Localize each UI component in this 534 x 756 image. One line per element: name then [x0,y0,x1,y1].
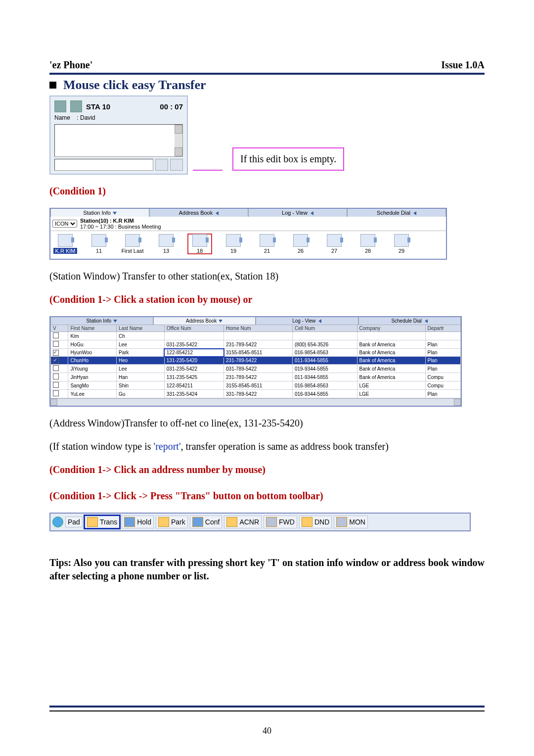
table-cell[interactable]: JiYoung [68,365,117,373]
checkbox-icon[interactable] [53,365,59,371]
table-row[interactable]: JiYoungLee031-235-5422031-789-5422019-93… [51,365,461,373]
checkbox-icon[interactable] [53,332,59,338]
table-cell[interactable]: Lee [117,340,165,349]
table-cell[interactable]: Heo [117,357,165,365]
transfer-cancel-button[interactable] [170,159,183,171]
checkbox-icon[interactable] [53,358,59,364]
horizontal-scrollbar[interactable] [50,398,461,406]
transfer-go-button[interactable] [155,159,168,171]
station-icon[interactable]: 11 [87,234,111,254]
table-cell[interactable]: Park [117,349,165,357]
station-icon[interactable]: 27 [322,234,346,254]
tab-log-view[interactable]: Log - View [256,317,358,325]
table-cell[interactable] [51,357,68,365]
table-cell[interactable]: 031-235-5422 [164,365,223,373]
table-cell[interactable] [293,332,357,340]
tab-log-view[interactable]: Log - View [248,209,347,217]
table-cell[interactable]: Plan [425,349,461,357]
table-cell[interactable]: 019-9344-5855 [293,365,357,373]
table-cell[interactable]: Han [117,373,165,381]
table-cell[interactable]: 331-235-5424 [164,390,223,398]
table-cell[interactable] [224,332,293,340]
table-row[interactable]: HoGuLee031-235-5422231-789-5422(800) 654… [51,340,461,349]
station-icon[interactable]: 13 [154,234,178,254]
table-cell[interactable]: HoGu [68,340,117,349]
table-cell[interactable]: SangMo [68,381,117,390]
table-cell[interactable]: 011-9344-5855 [293,373,357,381]
table-cell[interactable] [51,373,68,381]
station-icon[interactable]: 26 [289,234,312,254]
scrollbar[interactable] [175,125,182,156]
table-cell[interactable]: 231-789-5422 [224,373,293,381]
table-cell[interactable]: YuLee [68,390,117,398]
station-icon[interactable]: 19 [222,234,245,254]
table-cell[interactable]: 3155-8545-8511 [224,381,293,390]
dnd-button[interactable]: DND [299,516,332,528]
station-view-dropdown[interactable]: ICON [52,220,77,228]
table-cell[interactable]: 122-854212 [164,349,223,357]
table-cell[interactable]: 031-235-5422 [164,340,223,349]
table-cell[interactable]: 016-9854-8563 [293,349,357,357]
fwd-button[interactable]: FWD [264,516,297,528]
table-cell[interactable] [51,365,68,373]
table-cell[interactable] [51,340,68,349]
table-cell[interactable]: HyunWoo [68,349,117,357]
mon-button[interactable]: MON [334,516,368,528]
table-cell[interactable]: ChunHo [68,357,117,365]
table-column-header[interactable]: Office Num [164,325,223,332]
table-cell[interactable] [357,332,425,340]
park-button[interactable]: Park [156,516,188,528]
table-cell[interactable]: Compu [425,373,461,381]
checkbox-icon[interactable] [53,374,59,379]
table-cell[interactable]: Bank of America [357,373,425,381]
checkbox-icon[interactable] [53,382,59,388]
tab-schedule-dial[interactable]: Schedule Dial [358,317,461,325]
table-row[interactable]: HyunWooPark122-8542123155-8545-8511016-9… [51,349,461,357]
station-icon[interactable]: 21 [255,234,279,254]
globe-icon[interactable] [52,517,63,527]
table-cell[interactable]: Lee [117,365,165,373]
table-cell[interactable]: Plan [425,365,461,373]
report-link[interactable]: 'report' [154,441,181,452]
table-cell[interactable]: 131-235-5420 [164,357,223,365]
table-row[interactable]: SangMoShin122-8542113155-8545-8511016-98… [51,381,461,390]
table-row[interactable]: KimCh [51,332,461,340]
table-cell[interactable]: Gu [117,390,165,398]
tab-station-info[interactable]: Station Info [50,209,149,217]
station-icon[interactable]: First Last [121,234,144,254]
table-cell[interactable]: 131-235-5425 [164,373,223,381]
table-cell[interactable]: LGE [357,381,425,390]
table-cell[interactable]: Bank of America [357,365,425,373]
table-column-header[interactable]: Cell Num [293,325,357,332]
table-cell[interactable]: 016-9344-5855 [293,390,357,398]
table-cell[interactable] [425,332,461,340]
table-cell[interactable]: 122-854211 [164,381,223,390]
table-cell[interactable]: 231-789-5422 [224,340,293,349]
station-icon[interactable]: K.R KIM [53,234,77,254]
station-icon[interactable]: 29 [390,234,413,254]
table-cell[interactable]: Plan [425,357,461,365]
checkbox-icon[interactable] [53,390,59,396]
call-list-pane[interactable] [54,124,183,157]
table-column-header[interactable]: Departr [425,325,461,332]
tab-address-book[interactable]: Address Book [153,317,256,325]
station-icon[interactable]: 28 [356,234,380,254]
table-row[interactable]: YuLeeGu331-235-5424331-789-5422016-9344-… [51,390,461,398]
table-cell[interactable]: 3155-8545-8511 [224,349,293,357]
table-cell[interactable]: Shin [117,381,165,390]
scroll-down-icon[interactable] [175,147,182,156]
table-cell[interactable]: 331-789-5422 [224,390,293,398]
table-column-header[interactable]: Home Num [224,325,293,332]
table-cell[interactable]: Kim [68,332,117,340]
table-cell[interactable]: Bank of America [357,349,425,357]
checkbox-icon[interactable] [53,350,59,356]
table-column-header[interactable]: Company [357,325,425,332]
tab-station-info[interactable]: Station Info [50,317,153,325]
conf-button[interactable]: Conf [190,516,222,528]
table-row[interactable]: JinHyanHan131-235-5425231-789-5422011-93… [51,373,461,381]
table-cell[interactable]: 031-789-5422 [224,365,293,373]
table-column-header[interactable]: First Name [68,325,117,332]
table-cell[interactable] [164,332,223,340]
table-cell[interactable]: Ch [117,332,165,340]
hold-button[interactable]: Hold [122,516,154,528]
